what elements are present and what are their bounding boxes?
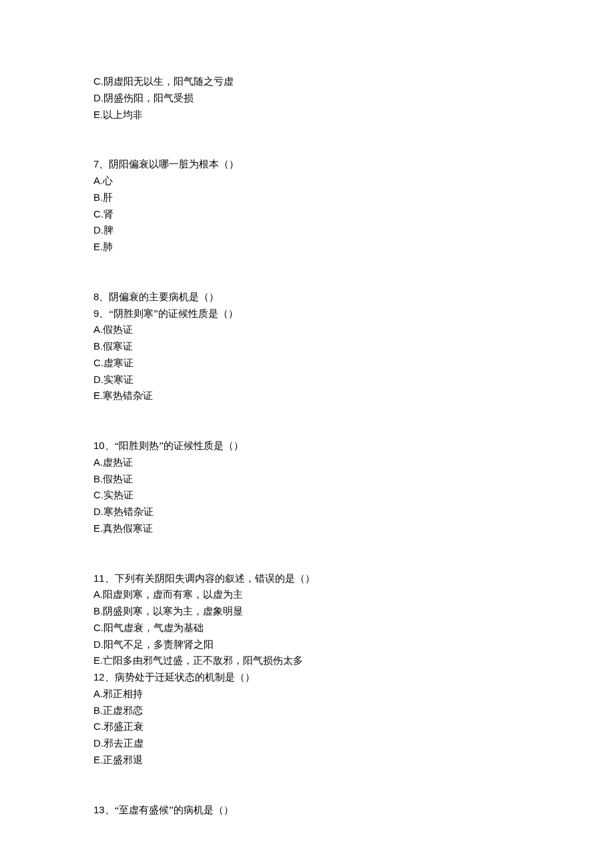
option-label: A.	[93, 324, 103, 335]
option-text: 阳气虚衰，气虚为基础	[103, 622, 204, 633]
option-label: D.	[93, 92, 103, 103]
option-label: D.	[93, 506, 103, 517]
q11-stem: 11、下列有关阴阳失调内容的叙述，错误的是（）	[93, 570, 521, 587]
option-text: 虚寒证	[103, 358, 133, 368]
q11-option-c: C.阳气虚衰，气虚为基础	[93, 620, 521, 636]
option-label: D.	[93, 737, 103, 749]
option-label: E.	[93, 754, 103, 765]
q9-stem: 9、“阴胜则寒”的证候性质是（）	[93, 306, 521, 322]
option-label: D.	[93, 224, 103, 236]
question-number: 9、	[93, 308, 109, 319]
document-page: C.阴虚阳无以生，阳气随之亏虚 D.阴盛伤阳，阳气受损 E.以上均非 7、阴阳偏…	[0, 0, 614, 868]
q7-option-d: D.脾	[93, 222, 521, 239]
question-number: 8、	[93, 291, 109, 302]
option-label: E.	[93, 655, 103, 666]
option-label: B.	[93, 340, 103, 352]
q13-stem: 13、“至虚有盛候”的病机是（）	[93, 802, 521, 819]
option-text: 假热证	[103, 324, 133, 335]
question-text: “阳胜则热”的证候性质是（）	[115, 440, 244, 451]
option-label: A.	[93, 688, 103, 699]
option-text: 实热证	[103, 490, 133, 500]
option-label: C.	[93, 489, 103, 500]
option-text: 亡阳多由邪气过盛，正不敌邪，阳气损伤太多	[103, 655, 303, 666]
option-text: 心	[103, 175, 113, 186]
q12-option-d: D.邪去正虚	[93, 735, 521, 752]
question-number: 7、	[93, 158, 109, 169]
option-label: C.	[93, 208, 103, 220]
option-text: 寒热错杂证	[103, 390, 153, 401]
option-label: A.	[93, 588, 103, 600]
option-text: 寒热错杂证	[103, 506, 154, 517]
q10-option-e: E.真热假寒证	[93, 520, 521, 537]
option-text: 阳气不足，多责脾肾之阳	[103, 639, 214, 650]
q9-option-a: A.假热证	[93, 322, 521, 338]
question-text: “阴胜则寒”的证候性质是（）	[109, 308, 238, 319]
option-text: 邪盛正衰	[103, 721, 143, 732]
question-number: 11、	[93, 572, 115, 584]
option-text: 阴盛则寒，以寒为主，虚象明显	[103, 606, 243, 616]
q12-option-e: E.正盛邪退	[93, 752, 521, 769]
q10-option-d: D.寒热错杂证	[93, 504, 521, 520]
option-text: 虚热证	[103, 457, 133, 468]
q10-option-a: A.虚热证	[93, 454, 521, 471]
q11-option-a: A.阳虚则寒，虚而有寒，以虚为主	[93, 586, 521, 603]
option-text: 邪去正虚	[103, 738, 143, 749]
q7-option-c: C.肾	[93, 206, 521, 223]
spacer	[93, 256, 521, 289]
q12-option-b: B.正虚邪恋	[93, 703, 521, 719]
option-label: D.	[93, 374, 103, 385]
option-text: 肺	[103, 242, 113, 252]
spacer	[93, 404, 521, 438]
option-text: 真热假寒证	[103, 523, 153, 534]
question-text: 病势处于迁延状态的机制是（）	[115, 672, 255, 683]
question-number: 12、	[93, 671, 115, 683]
spacer	[93, 769, 521, 802]
q11-option-b: B.阴盛则寒，以寒为主，虚象明显	[93, 603, 521, 620]
option-label: C.	[93, 622, 103, 633]
question-text: 阴偏衰的主要病机是（）	[109, 292, 219, 302]
q9-option-b: B.假寒证	[93, 338, 521, 355]
option-text: 邪正相持	[103, 689, 143, 699]
question-text: “至虚有盛候”的病机是（）	[115, 805, 234, 815]
option-text: 以上均非	[103, 109, 143, 120]
option-label: B.	[93, 705, 103, 716]
option-text: 正虚邪恋	[103, 705, 143, 716]
q7-option-b: B.肝	[93, 189, 521, 206]
q10-option-c: C.实热证	[93, 487, 521, 504]
option-label: B.	[93, 605, 103, 616]
question-text: 阴阳偏衰以哪一脏为根本（）	[109, 159, 239, 169]
option-label: A.	[93, 456, 103, 468]
question-number: 13、	[93, 804, 115, 815]
q7-option-a: A.心	[93, 173, 521, 189]
q9-option-e: E.寒热错杂证	[93, 388, 521, 404]
q12-stem: 12、病势处于迁延状态的机制是（）	[93, 669, 521, 686]
q9-option-d: D.实寒证	[93, 372, 521, 388]
spacer	[93, 123, 521, 156]
q7-stem: 7、阴阳偏衰以哪一脏为根本（）	[93, 156, 521, 173]
option-label: E.	[93, 241, 103, 252]
option-label: A.	[93, 175, 103, 186]
q8-stem: 8、阴偏衰的主要病机是（）	[93, 289, 521, 306]
option-text: 实寒证	[103, 374, 133, 385]
option-text: 阳虚则寒，虚而有寒，以虚为主	[103, 589, 243, 600]
q6-option-d: D.阴盛伤阳，阳气受损	[93, 90, 521, 107]
option-text: 阴盛伤阳，阳气受损	[103, 93, 194, 103]
option-text: 假寒证	[103, 341, 133, 352]
option-text: 肾	[103, 209, 113, 220]
q10-option-b: B.假热证	[93, 471, 521, 488]
q9-option-c: C.虚寒证	[93, 355, 521, 372]
q10-stem: 10、“阳胜则热”的证候性质是（）	[93, 438, 521, 454]
question-number: 10、	[93, 440, 115, 451]
option-label: E.	[93, 522, 103, 534]
q6-option-e: E.以上均非	[93, 107, 521, 123]
q7-option-e: E.肺	[93, 239, 521, 256]
option-label: C.	[93, 357, 103, 368]
option-text: 假热证	[103, 474, 133, 484]
option-text: 肝	[103, 192, 113, 203]
option-text: 正盛邪退	[103, 755, 143, 765]
q12-option-a: A.邪正相持	[93, 686, 521, 703]
option-label: E.	[93, 109, 103, 120]
option-text: 脾	[103, 225, 113, 236]
question-text: 下列有关阴阳失调内容的叙述，错误的是（）	[115, 573, 315, 584]
option-label: C.	[93, 721, 103, 732]
